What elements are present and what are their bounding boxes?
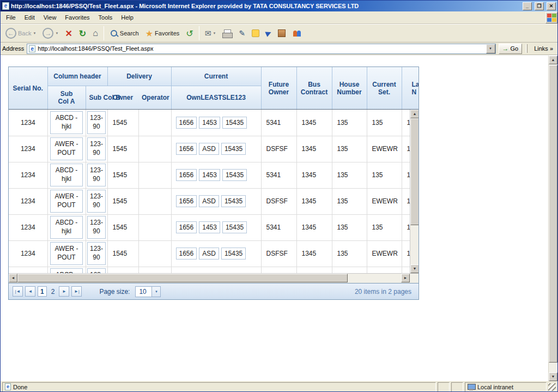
- scroll-down-icon[interactable]: ▼: [549, 372, 557, 381]
- current-input-1[interactable]: 1656: [176, 117, 197, 129]
- cell-sub-b-input[interactable]: 123-90: [87, 164, 106, 186]
- edit-button[interactable]: ✎: [236, 25, 248, 41]
- table-row[interactable]: 1234 AWER - POUT 123-90 1545 1656ASD1543…: [9, 240, 418, 267]
- address-input[interactable]: e http://localhost:1846/PSSQ/Test_Fleet.…: [27, 44, 495, 54]
- close-button[interactable]: ✕: [547, 2, 556, 10]
- current-input-3[interactable]: 15435: [222, 117, 247, 129]
- search-button[interactable]: Search: [107, 25, 142, 41]
- col-last-clipped[interactable]: La N: [402, 67, 418, 109]
- current-input-3[interactable]: 15435: [222, 221, 247, 233]
- menu-help[interactable]: Help: [117, 12, 138, 23]
- cell-sub-a-input[interactable]: ABCD - hjkl: [50, 111, 83, 134]
- favorites-button[interactable]: ★ Favorites: [143, 25, 183, 41]
- colgroup-delivery[interactable]: Delivery: [107, 67, 171, 86]
- scroll-right-icon[interactable]: ►: [401, 274, 410, 282]
- col-house-number[interactable]: House Number: [332, 67, 367, 109]
- forward-button[interactable]: → ▼: [40, 25, 61, 41]
- col-serial[interactable]: Serial No.: [9, 67, 47, 109]
- menu-view[interactable]: View: [39, 12, 61, 23]
- current-input-1[interactable]: 1656: [176, 143, 197, 155]
- links-bar[interactable]: Links »: [531, 45, 556, 52]
- scroll-left-icon[interactable]: ◄: [9, 274, 17, 282]
- table-row[interactable]: 1234 ABCD - hjkl 123-90 1545 16561453154…: [9, 110, 418, 136]
- cell-sub-a-input[interactable]: ABCD - hjkl: [50, 216, 83, 239]
- refresh-button[interactable]: ↻: [76, 25, 89, 41]
- cell-sub-a-input[interactable]: ABCD - hjkl: [50, 164, 83, 186]
- cell-sub-a-input[interactable]: AWER - POUT: [50, 190, 83, 213]
- scroll-up-icon[interactable]: ▲: [549, 56, 557, 64]
- current-input-3[interactable]: 15435: [221, 143, 246, 155]
- cell-sub-a-input[interactable]: AWER - POUT: [50, 242, 83, 265]
- back-button[interactable]: ← Back ▼: [3, 25, 39, 41]
- current-input-1[interactable]: 1656: [176, 221, 197, 233]
- cell-sub-b-input[interactable]: 123-90: [87, 137, 106, 160]
- chevron-down-icon[interactable]: ▼: [151, 287, 160, 297]
- col-future-owner[interactable]: Future Owner: [261, 67, 296, 109]
- col-sub-a[interactable]: Sub Col A: [47, 86, 86, 109]
- col-own-lease[interactable]: OwnLEASTSLE123: [171, 86, 261, 109]
- pager-page-2[interactable]: 2: [49, 288, 57, 295]
- research-button[interactable]: [275, 25, 288, 41]
- page-size-select[interactable]: 10 ▼: [135, 286, 161, 297]
- minimize-button[interactable]: _: [523, 2, 532, 10]
- current-input-1[interactable]: 1656: [176, 248, 197, 260]
- home-button[interactable]: ⌂: [90, 25, 101, 41]
- current-input-2[interactable]: ASD: [199, 248, 219, 260]
- table-row[interactable]: 1234 ABCD - hjkl 123-90 1545 16561453154…: [9, 162, 418, 188]
- colgroup-column-header[interactable]: Column header: [47, 67, 107, 86]
- menu-file[interactable]: File: [2, 12, 20, 23]
- page-vertical-scrollbar[interactable]: ▲ ▼: [548, 56, 557, 381]
- table-row-partial[interactable]: 1234 ABCD - hjkl 123-90 1545 16561453154…: [9, 267, 418, 273]
- scroll-down-icon[interactable]: ▼: [410, 264, 418, 273]
- current-input-1[interactable]: 1656: [176, 169, 197, 181]
- col-sub-b[interactable]: Sub Col B: [86, 86, 107, 109]
- history-button[interactable]: ↺: [183, 25, 196, 41]
- current-input-2[interactable]: ASD: [199, 143, 219, 155]
- print-button[interactable]: [220, 25, 235, 41]
- cell-sub-b-input[interactable]: 123-90: [87, 111, 106, 134]
- menu-tools[interactable]: Tools: [94, 12, 117, 23]
- cell-sub-a-input[interactable]: ABCD - hjkl: [50, 268, 83, 273]
- col-bus-contract[interactable]: Bus Contract: [296, 67, 332, 109]
- col-operator[interactable]: Operator: [138, 86, 171, 109]
- pager-first-button[interactable]: |◄: [13, 286, 23, 297]
- cell-sub-b-input[interactable]: 123-90: [87, 216, 106, 239]
- cell-sub-b-input[interactable]: 123-90: [87, 242, 106, 265]
- cell-sub-a-input[interactable]: AWER - POUT: [50, 137, 83, 160]
- messenger-button[interactable]: [289, 25, 305, 41]
- current-input-2[interactable]: 1453: [199, 117, 220, 129]
- grid-vscroll-thumb[interactable]: [410, 118, 418, 225]
- resize-grip[interactable]: [548, 383, 556, 391]
- forward-dropdown-icon[interactable]: ▼: [55, 32, 58, 35]
- pager-next-button[interactable]: ►: [59, 286, 69, 297]
- mail-button[interactable]: ✉ ▼: [202, 25, 219, 41]
- maximize-button[interactable]: ❐: [535, 2, 544, 10]
- current-input-3[interactable]: 15435: [221, 195, 246, 207]
- pager-prev-button[interactable]: ◄: [25, 286, 35, 297]
- menu-favorites[interactable]: Favorites: [60, 12, 94, 23]
- links-grip[interactable]: [526, 44, 527, 53]
- notes-button[interactable]: [249, 25, 262, 41]
- menu-edit[interactable]: Edit: [20, 12, 39, 23]
- col-current-set[interactable]: Current Set.: [367, 67, 402, 109]
- table-row[interactable]: 1234 AWER - POUT 123-90 1545 1656ASD1543…: [9, 188, 418, 214]
- page-vscroll-thumb[interactable]: [549, 65, 557, 363]
- current-input-3[interactable]: 15435: [221, 248, 246, 260]
- mail-dropdown-icon[interactable]: ▼: [213, 32, 216, 35]
- grid-hscroll-thumb[interactable]: [17, 274, 348, 282]
- back-dropdown-icon[interactable]: ▼: [33, 32, 36, 35]
- current-input-2[interactable]: 1453: [199, 169, 220, 181]
- cell-sub-b-input[interactable]: 123-90: [87, 268, 106, 273]
- colgroup-current[interactable]: Current: [171, 67, 261, 86]
- stop-button[interactable]: ✕: [62, 25, 75, 41]
- table-row[interactable]: 1234 ABCD - hjkl 123-90 1545 16561453154…: [9, 214, 418, 240]
- current-input-2[interactable]: 1453: [199, 221, 220, 233]
- current-input-2[interactable]: ASD: [199, 195, 219, 207]
- address-dropdown-button[interactable]: ▼: [486, 44, 495, 53]
- pager-last-button[interactable]: ►|: [71, 286, 82, 297]
- cell-sub-b-input[interactable]: 123-90: [87, 190, 106, 213]
- current-input-3[interactable]: 15435: [222, 169, 247, 181]
- table-row[interactable]: 1234 AWER - POUT 123-90 1545 1656ASD1543…: [9, 136, 418, 162]
- pointer-tool-button[interactable]: [263, 25, 274, 41]
- scroll-up-icon[interactable]: ▲: [410, 110, 418, 118]
